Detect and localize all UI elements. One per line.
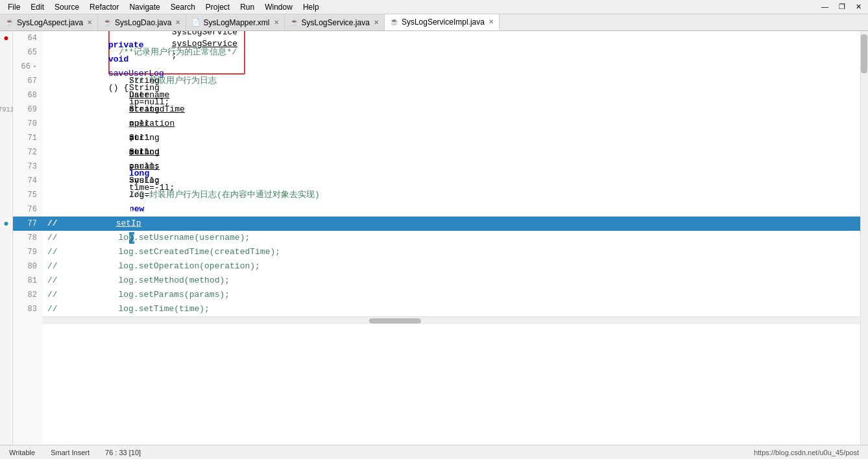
comment-marker-77: // [47,217,58,231]
line-num-74: 74 [13,174,42,188]
window-restore[interactable]: ❐ [835,1,849,12]
tabbar: ☕ SysLogAspect.java ✕ ☕ SysLogDao.java ✕… [0,14,868,31]
gutter-cell-81 [0,274,12,288]
line-num-71: 71 [13,131,42,145]
java-file-icon: ☕ [5,18,14,27]
comment-marker-78: // [47,231,62,245]
line-num-76: 76 [13,202,42,217]
java-file-icon: ☕ [390,18,399,26]
code-editor[interactable]: private SysLogService sysLogService ; /*… [42,31,860,445]
status-writable: Writable [5,449,39,456]
comment-marker-83: // [47,302,62,316]
tab-close-icon[interactable]: ✕ [274,19,279,26]
menu-source[interactable]: Source [49,1,84,13]
gutter-cell-69[interactable]: 5.791173 [0,102,12,117]
line-num-78: 78 [13,231,42,245]
menu-refactor[interactable]: Refactor [84,1,124,13]
hscroll-thumb[interactable] [369,318,421,324]
table-row[interactable]: /**记录用户行为的正常信息*/ [42,45,860,60]
line-num-79: 79 [13,245,42,259]
tab-syslogmapper[interactable]: 📄 SysLogMapper.xml ✕ [186,14,284,30]
gutter-cell-78 [0,231,12,245]
tab-label: SysLogAspect.java [17,18,83,27]
tab-close-icon[interactable]: ✕ [175,19,180,26]
fold-icon-66[interactable]: ▸ [33,60,37,74]
gutter-cell-82 [0,288,12,302]
tab-label: SysLogService.java [302,18,370,27]
editor-area: ● 5.791173 ● 64 65 66▸ 67 68 69 70 71 72… [0,31,868,445]
code-log-settime: log.setTime(time); [118,304,209,314]
line-num-73: 73 [13,159,42,174]
line-num-81: 81 [13,274,42,288]
menu-help[interactable]: Help [298,1,324,13]
type-syslog: SysLog [129,176,165,185]
gutter-cell-77[interactable]: ● [0,217,12,231]
java-file-icon: ☕ [290,18,299,27]
table-row[interactable]: // log.setTime(time); [42,302,860,316]
keyword-private: private [108,40,149,50]
menu-search[interactable]: Search [165,1,200,13]
tab-close-icon[interactable]: ✕ [488,18,494,25]
status-insert: Smart Insert [47,449,93,456]
menu-run[interactable]: Run [235,1,259,13]
menu-file[interactable]: File [3,1,25,13]
tab-syslogaspect[interactable]: ☕ SysLogAspect.java ✕ [0,14,98,30]
menu-edit[interactable]: Edit [25,1,49,13]
line-num-67: 67 [13,74,42,88]
code-lines: private SysLogService sysLogService ; /*… [42,31,860,316]
line-numbers: 64 65 66▸ 67 68 69 70 71 72 73 74 75 76 … [13,31,42,445]
xml-file-icon: 📄 [191,18,200,27]
gutter-cell-76 [0,202,12,217]
type-string-2: String [129,104,165,114]
menu-window[interactable]: Window [259,1,298,13]
menu-project[interactable]: Project [200,1,235,13]
comment-marker-79: // [47,245,62,259]
comment-marker-81: // [47,274,62,288]
window-close[interactable]: ✕ [852,1,865,12]
line-num-82: 82 [13,288,42,302]
line-num-68: 68 [13,88,42,102]
comment-marker-82: // [47,288,62,302]
gutter-cell-73 [0,159,12,174]
gutter-cell-83 [0,302,12,316]
line-num-65: 65 [13,45,42,60]
menu-navigate[interactable]: Navigate [124,1,165,13]
gutter-cell-75 [0,188,12,202]
line-num-77: 77 [13,217,42,231]
window-minimize[interactable]: — [817,1,832,12]
java-file-icon: ☕ [103,18,112,27]
status-url: https://blog.csdn.net/u0u_45/post [750,449,863,456]
line-num-69: 69 [13,102,42,117]
code-log-setip: log. [116,204,136,214]
tab-syslogservice[interactable]: ☕ SysLogService.java ✕ [285,14,385,30]
tab-label: SysLogServiceImpl.java [402,18,485,27]
gutter-cell-68 [0,88,12,102]
gutter-cell-72 [0,145,12,159]
gutter-cell-80 [0,259,12,274]
table-row[interactable]: String operation = null ; [42,131,860,145]
menubar: File Edit Source Refactor Navigate Searc… [0,0,868,14]
line-num-64: 64 [13,31,42,45]
tab-label: SysLogMapper.xml [203,18,269,27]
gutter-cell-65 [0,45,12,60]
gutter: ● 5.791173 ● [0,31,13,445]
tab-close-icon[interactable]: ✕ [87,19,92,26]
gutter-cell-64[interactable]: ● [0,31,12,45]
line-num-66: 66▸ [13,60,42,74]
tab-close-icon[interactable]: ✕ [374,19,379,26]
line-num-70: 70 [13,117,42,131]
vscroll-thumb[interactable] [861,34,867,73]
table-row[interactable]: SysLog log= new SysLog(); [42,202,860,217]
status-position: 76 : 33 [10] [101,449,145,456]
vertical-scrollbar[interactable] [860,31,868,445]
tab-syslogserviceimpl[interactable]: ☕ SysLogServiceImpl.java ✕ [385,14,500,30]
gutter-cell-79 [0,245,12,259]
tab-syslogdao[interactable]: ☕ SysLogDao.java ✕ [98,14,186,30]
statusbar: Writable Smart Insert 76 : 33 [10] https… [0,445,868,459]
gutter-cell-66 [0,60,12,74]
gutter-cell-74 [0,174,12,188]
line-num-72: 72 [13,145,42,159]
line-num-80: 80 [13,259,42,274]
line-num-83: 83 [13,302,42,316]
comment-marker-80: // [47,259,62,274]
